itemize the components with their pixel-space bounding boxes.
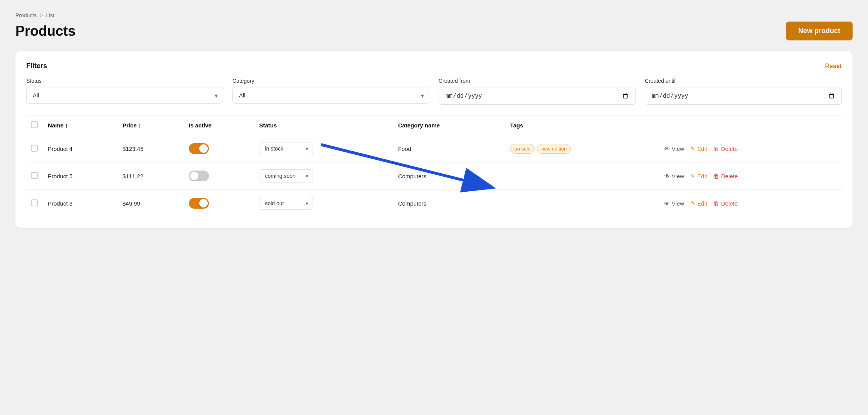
eye-icon: 👁 <box>664 146 670 152</box>
row-status-select[interactable]: in stock coming soon sold out <box>259 169 313 182</box>
row-tags <box>505 162 659 190</box>
th-price-sortable[interactable]: Price ↕ <box>123 122 141 129</box>
edit-label: Edit <box>697 200 707 207</box>
th-name-sortable[interactable]: Name ↕ <box>48 122 68 129</box>
row-status-select[interactable]: in stock coming soon sold out <box>259 197 313 210</box>
edit-button[interactable]: ✎ Edit <box>690 172 707 179</box>
th-price: Price ↕ <box>118 116 184 135</box>
view-button[interactable]: 👁 View <box>664 173 684 179</box>
row-checkbox[interactable] <box>31 199 38 206</box>
actions-container: 👁 View ✎ Edit 🗑 Delete <box>664 172 837 179</box>
th-is-active: Is active <box>184 116 255 135</box>
tags-container: on sale new edition <box>510 144 654 154</box>
th-price-label: Price <box>123 122 137 129</box>
product-category: Computers <box>398 200 426 207</box>
filter-created-until-label: Created until <box>645 78 842 84</box>
row-category: Computers <box>394 190 506 217</box>
edit-icon: ✎ <box>690 200 695 207</box>
delete-label: Delete <box>721 173 738 179</box>
filter-status-select[interactable]: All in stock coming soon sold out <box>26 87 223 104</box>
actions-container: 👁 View ✎ Edit 🗑 Delete <box>664 200 837 207</box>
delete-label: Delete <box>721 200 738 207</box>
page-title: Products <box>15 23 76 39</box>
main-card: Filters Reset Status All in stock coming… <box>15 51 853 228</box>
row-is-active <box>184 162 255 190</box>
toggle-active-3[interactable] <box>189 198 209 209</box>
row-is-active <box>184 135 255 162</box>
product-name: Product 5 <box>48 173 72 179</box>
product-price: $49.99 <box>123 200 140 207</box>
row-tags: on sale new edition <box>505 135 659 162</box>
filter-created-from: Created from <box>439 78 636 105</box>
trash-icon: 🗑 <box>713 146 719 152</box>
delete-button[interactable]: 🗑 Delete <box>713 146 738 152</box>
breadcrumb-parent[interactable]: Products <box>15 12 37 18</box>
edit-label: Edit <box>697 146 707 152</box>
tag-new-edition: new edition <box>537 144 571 154</box>
toggle-slider-on-3 <box>189 198 209 209</box>
breadcrumb: Products > List <box>15 12 853 18</box>
filter-created-until-input[interactable] <box>645 87 842 105</box>
view-button[interactable]: 👁 View <box>664 146 684 152</box>
reset-button[interactable]: Reset <box>825 63 842 70</box>
product-category: Computers <box>398 173 426 179</box>
filter-category-label: Category <box>232 78 429 84</box>
filters-row: Status All in stock coming soon sold out… <box>26 78 842 105</box>
row-price: $49.99 <box>118 190 184 217</box>
breadcrumb-separator: > <box>40 12 43 18</box>
toggle-slider-off <box>189 171 209 181</box>
row-checkbox-cell <box>26 135 43 162</box>
tag-on-sale: on sale <box>510 144 535 154</box>
row-checkbox[interactable] <box>31 145 38 152</box>
edit-icon: ✎ <box>690 145 695 152</box>
delete-label: Delete <box>721 146 738 152</box>
row-checkbox-cell <box>26 162 43 190</box>
eye-icon: 👁 <box>664 200 670 207</box>
row-name: Product 5 <box>43 162 118 190</box>
page-header: Products New product <box>15 22 853 40</box>
delete-button[interactable]: 🗑 Delete <box>713 200 738 207</box>
row-status: in stock coming soon sold out <box>254 135 393 162</box>
filter-category: Category All Food Computers <box>232 78 429 105</box>
new-product-button[interactable]: New product <box>786 22 853 40</box>
toggle-inactive[interactable] <box>189 171 209 181</box>
edit-label: Edit <box>697 173 707 179</box>
filter-status-select-wrapper: All in stock coming soon sold out <box>26 87 223 104</box>
filter-status: Status All in stock coming soon sold out <box>26 78 223 105</box>
status-select-wrapper: in stock coming soon sold out <box>259 142 313 155</box>
row-checkbox[interactable] <box>31 172 38 179</box>
select-all-checkbox[interactable] <box>31 121 38 128</box>
th-tags: Tags <box>505 116 659 135</box>
status-select-wrapper: in stock coming soon sold out <box>259 169 313 182</box>
filter-category-select[interactable]: All Food Computers <box>232 87 429 104</box>
row-status: in stock coming soon sold out <box>254 162 393 190</box>
th-name: Name ↕ <box>43 116 118 135</box>
delete-button[interactable]: 🗑 Delete <box>713 173 738 179</box>
table-row: Product 4 $123.45 in s <box>26 135 842 162</box>
row-status-select[interactable]: in stock coming soon sold out <box>259 142 313 155</box>
filter-status-label: Status <box>26 78 223 84</box>
product-name: Product 4 <box>48 146 72 152</box>
row-category: Food <box>394 135 506 162</box>
th-category: Category name <box>394 116 506 135</box>
th-status: Status <box>254 116 393 135</box>
sort-icon-price: ↕ <box>138 122 141 129</box>
view-label: View <box>672 200 684 207</box>
filter-created-from-input[interactable] <box>439 87 636 105</box>
products-table: Name ↕ Price ↕ Is active Status Category… <box>26 116 842 217</box>
view-button[interactable]: 👁 View <box>664 200 684 207</box>
filter-created-until: Created until <box>645 78 842 105</box>
view-label: View <box>672 173 684 179</box>
product-price: $111.22 <box>123 173 143 179</box>
product-name: Product 3 <box>48 200 72 207</box>
product-price: $123.45 <box>123 146 143 152</box>
edit-button[interactable]: ✎ Edit <box>690 200 707 207</box>
table-wrapper: Name ↕ Price ↕ Is active Status Category… <box>26 115 842 217</box>
row-status: in stock coming soon sold out <box>254 190 393 217</box>
row-name: Product 3 <box>43 190 118 217</box>
toggle-active[interactable] <box>189 143 209 154</box>
edit-button[interactable]: ✎ Edit <box>690 145 707 152</box>
actions-container: 👁 View ✎ Edit 🗑 Delete <box>664 145 837 152</box>
filter-created-from-label: Created from <box>439 78 636 84</box>
status-select-wrapper: in stock coming soon sold out <box>259 197 313 210</box>
